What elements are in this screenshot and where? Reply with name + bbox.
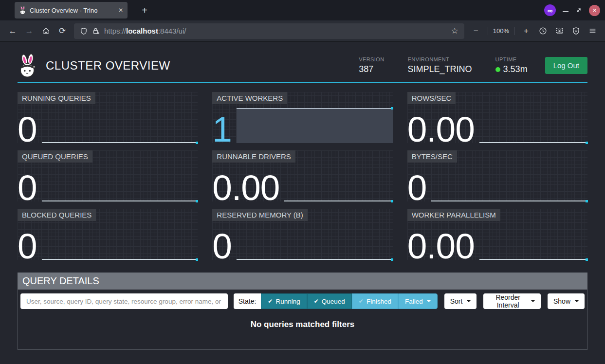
sparkline [42,258,198,260]
reorder-interval-dropdown[interactable]: Reorder Interval [483,293,541,309]
check-icon: ✔ [314,298,319,305]
shield-icon[interactable] [80,27,88,35]
trino-page: CLUSTER OVERVIEW VERSION 387 ENVIRONMENT… [0,42,605,364]
stat-tile-blocked-queries: BLOCKED QUERIES 0 [18,209,198,260]
sparkline [431,200,587,201]
stat-value-link[interactable]: 1 [212,116,232,143]
reload-icon[interactable]: ⟳ [55,23,70,39]
screenshot-icon[interactable] [551,23,567,39]
browser-tab[interactable]: Cluster Overview - Trino ✕ [15,2,128,18]
version-stat: VERSION 387 [359,56,384,74]
caret-down-icon [531,300,535,302]
stat-value: 0 [212,233,232,260]
stat-tile-bytes-sec: BYTES/SEC 0 [407,150,587,201]
sparkline [284,200,392,201]
extension-shield-icon[interactable] [568,23,584,39]
back-icon[interactable]: ← [5,23,20,39]
caret-down-icon [427,300,431,302]
new-tab-button[interactable]: + [137,3,152,18]
browser-tab-bar: Cluster Overview - Trino ✕ + ∞ ✕ [0,0,605,20]
stat-value: 0 [18,175,37,201]
query-filter-toolbar: State: ✔ Running ✔ Queued ✔ F [18,290,587,309]
query-search-input[interactable] [20,293,228,309]
sparkline-filled [237,108,393,143]
tab-title: Cluster Overview - Trino [30,7,115,14]
bookmark-star-icon[interactable]: ☆ [451,26,458,36]
page-title: CLUSTER OVERVIEW [46,59,170,73]
screen: Cluster Overview - Trino ✕ + ∞ ✕ ← → ⟳ [0,0,605,364]
stat-value: 0 [407,175,427,201]
stat-tile-reserved-memory: RESERVED MEMORY (B) 0 [212,209,392,260]
stat-value: 0 [18,116,37,143]
state-filter-label: State: [234,293,261,309]
check-icon: ✔ [359,298,364,305]
stat-tile-worker-parallelism: WORKER PARALLELISM 0.00 [407,209,587,260]
state-filter-finished[interactable]: ✔ Finished [352,293,398,309]
stat-value: 0.00 [407,116,475,143]
stat-value: 0.00 [407,233,475,260]
zoom-out-icon[interactable]: − [468,23,484,39]
trino-logo [18,54,38,78]
logout-button[interactable]: Log Out [545,57,587,74]
empty-results-message: No queries matched filters [18,320,587,329]
zoom-level[interactable]: 100% [492,27,510,35]
check-icon: ✔ [268,298,273,305]
url-text[interactable]: https://localhost:8443/ui/ [104,27,186,35]
state-filter-failed-dropdown[interactable]: Failed [398,293,438,309]
caret-down-icon [467,300,471,302]
trino-favicon [19,6,26,15]
state-filter-running[interactable]: ✔ Running [261,293,307,309]
browser-navbar: ← → ⟳ [0,20,605,42]
uptime-status-dot [495,67,500,72]
environment-stat: ENVIRONMENT SIMPLE_TRINO [408,56,472,74]
divider [488,27,488,35]
sparkline [42,200,198,201]
divider [514,27,514,35]
page-header: CLUSTER OVERVIEW VERSION 387 ENVIRONMENT… [18,42,587,83]
stat-value: 0 [18,233,37,260]
tab-close-icon[interactable]: ✕ [118,7,123,14]
forward-icon[interactable]: → [21,23,37,39]
history-clock-icon[interactable] [535,23,550,39]
stat-tile-active-workers: ACTIVE WORKERS 1 [212,92,392,143]
window-controls: ∞ ✕ [544,4,600,16]
close-window-button[interactable]: ✕ [589,5,600,16]
home-icon[interactable] [38,23,54,39]
stat-tile-running-queries: RUNNING QUERIES 0 [18,92,198,143]
stat-tile-rows-sec: ROWS/SEC 0.00 [407,92,587,143]
lock-warning-icon[interactable] [92,27,100,35]
stat-tile-runnable-drivers: RUNNABLE DRIVERS 0.00 [212,150,392,201]
private-browsing-icon: ∞ [544,4,556,16]
sparkline [479,141,587,143]
query-details-header: QUERY DETAILS [18,273,587,290]
stats-grid: RUNNING QUERIES 0 ACTIVE WORKERS 1 ROWS/… [18,92,587,260]
sparkline [237,258,393,260]
menu-hamburger-icon[interactable] [585,23,600,39]
minimize-button[interactable] [563,11,568,12]
state-filter-queued[interactable]: ✔ Queued [307,293,352,309]
uptime-stat: UPTIME 3.53m [495,56,528,74]
sparkline [42,141,198,143]
stat-value: 0.00 [212,175,279,201]
sparkline [479,258,587,260]
sort-dropdown[interactable]: Sort [444,293,477,309]
maximize-button[interactable] [575,7,582,14]
state-filter-group: State: ✔ Running ✔ Queued ✔ F [234,293,438,309]
query-details-panel: QUERY DETAILS State: ✔ Running ✔ [18,273,587,350]
show-dropdown[interactable]: Show [548,293,585,309]
url-bar[interactable]: https://localhost:8443/ui/ ☆ [74,23,464,39]
caret-down-icon [575,300,579,302]
zoom-in-icon[interactable]: + [518,23,534,39]
stat-tile-queued-queries: QUEUED QUERIES 0 [18,150,198,201]
